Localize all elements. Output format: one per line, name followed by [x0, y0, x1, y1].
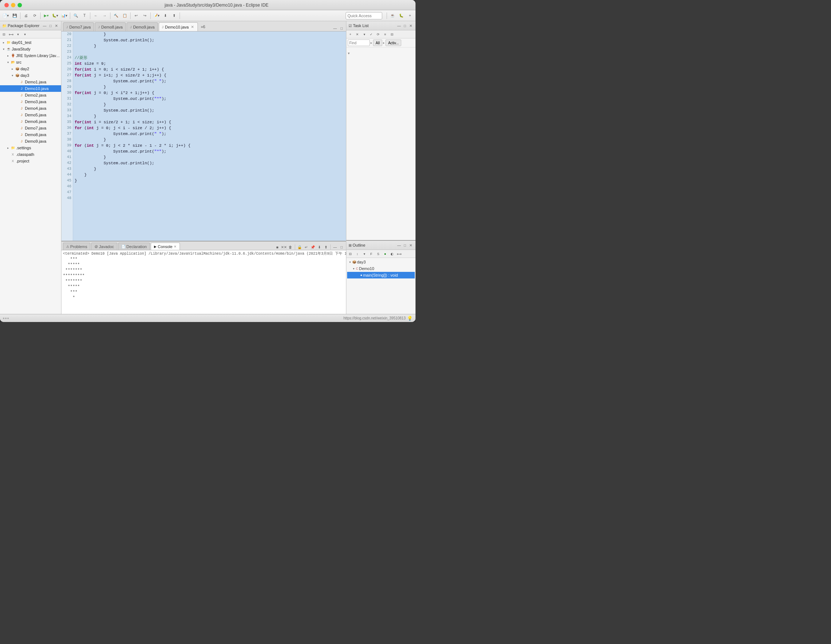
console-next-button[interactable]: ⬇	[316, 244, 322, 250]
maximize-button[interactable]	[18, 3, 22, 7]
tree-item-javastudy[interactable]: ☕ JavaStudy	[0, 46, 61, 52]
outline-filter-button[interactable]: ▾	[361, 251, 368, 257]
console-clear-button[interactable]: 🗑	[288, 244, 293, 250]
tree-item-day3[interactable]: 📦 day3	[0, 72, 61, 79]
outline-close[interactable]: ✕	[408, 242, 413, 248]
tab-declaration[interactable]: 📄 Declaration	[118, 242, 150, 250]
outline-collapse-button[interactable]: ⊟	[347, 251, 354, 257]
tab-demo10[interactable]: J Demo10.java ✕	[159, 22, 198, 31]
outline-green-button[interactable]: ●	[382, 251, 388, 257]
tree-item-demo9[interactable]: J Demo9.java	[0, 138, 61, 145]
bottom-minimize-button[interactable]: —	[332, 244, 338, 250]
tree-item-demo1[interactable]: J Demo1.java	[0, 79, 61, 85]
panel-close-button[interactable]: ✕	[54, 23, 59, 28]
tab-demo9[interactable]: J Demo9.java	[127, 22, 158, 31]
quick-access-input[interactable]	[345, 12, 382, 19]
run-button[interactable]: ▶▾	[42, 12, 50, 20]
filter-button[interactable]: ▾	[14, 31, 21, 38]
tab-console-close[interactable]: ✕	[174, 245, 177, 249]
panel-minimize-button[interactable]: —	[42, 23, 47, 28]
task-button[interactable]: 📋	[121, 12, 129, 20]
task-mark-button[interactable]: ✓	[368, 31, 374, 38]
task-filter-button[interactable]: ▾	[361, 31, 368, 38]
task-list-close[interactable]: ✕	[408, 23, 413, 28]
task-find-input[interactable]	[348, 40, 370, 46]
tree-item-demo4[interactable]: J Demo4.java	[0, 105, 61, 112]
task-delete-button[interactable]: ✕	[354, 31, 361, 38]
new-button[interactable]: 📄▾	[2, 12, 10, 20]
tree-item-classpath[interactable]: X .classpath	[0, 151, 61, 158]
console-pin-button[interactable]: 📌	[310, 244, 316, 250]
perspective-add-button[interactable]: +	[406, 12, 414, 20]
link-editor-button[interactable]: ⟷	[8, 31, 14, 38]
tree-item-src[interactable]: 📂 src	[0, 59, 61, 65]
tab-problems[interactable]: ⚠ Problems	[63, 242, 90, 250]
redo-button[interactable]: ↪	[141, 12, 149, 20]
task-new-button[interactable]: +	[347, 31, 354, 38]
prev-annotation-button[interactable]: ⬆	[170, 12, 178, 20]
tree-item-settings[interactable]: 📁 .settings	[0, 145, 61, 151]
console-scroll-lock-button[interactable]: 🔒	[297, 244, 302, 250]
task-collapse-button[interactable]: ⊟	[389, 31, 395, 38]
tab-console[interactable]: ▶ Console ✕	[151, 242, 180, 250]
open-type-button[interactable]: T	[80, 12, 89, 20]
outline-minimize[interactable]: —	[396, 242, 401, 248]
history-button[interactable]: ⟳	[31, 12, 39, 20]
code-editor[interactable]: 20 21 22 23 24 25 26 27 28 29 30 31 32 3…	[61, 32, 346, 241]
task-find-activ-button[interactable]: Activ...	[385, 40, 401, 46]
outline-sort-button[interactable]: ↕	[354, 251, 361, 257]
debug-button[interactable]: 🐛▾	[51, 12, 59, 20]
outline-item-main[interactable]: ● main(String[]) : void	[347, 272, 415, 279]
outline-nonpublic-button[interactable]: ◐	[389, 251, 395, 257]
tree-item-demo5[interactable]: J Demo5.java	[0, 112, 61, 118]
tab-overflow[interactable]: »6	[199, 22, 207, 31]
tree-item-demo6[interactable]: J Demo6.java	[0, 118, 61, 125]
tree-item-day2[interactable]: 📦 day2	[0, 65, 61, 72]
build-button[interactable]: 🔨	[112, 12, 120, 20]
outline-item-day3[interactable]: 📦 day3	[347, 259, 415, 265]
bottom-maximize-button[interactable]: □	[339, 244, 345, 250]
task-refresh-button[interactable]: ⟳	[375, 31, 382, 38]
perspective-java-button[interactable]: ☕	[388, 12, 396, 20]
outline-item-demo10[interactable]: C Demo10	[347, 265, 415, 272]
console-remove-button[interactable]: ✕✕	[281, 244, 287, 250]
tree-item-demo2[interactable]: J Demo2.java	[0, 92, 61, 99]
next-annotation-button[interactable]: ⬇	[161, 12, 169, 20]
coverage-button[interactable]: 📊▾	[60, 12, 68, 20]
tree-item-day01test[interactable]: 📁 day01_test	[0, 39, 61, 46]
outline-maximize[interactable]: □	[402, 242, 408, 248]
prev-edit-button[interactable]: ←	[92, 12, 100, 20]
collapse-all-button[interactable]: ⊟	[1, 31, 7, 38]
tab-demo7[interactable]: J Demo7.java	[63, 22, 94, 31]
tree-item-jre[interactable]: 🏺 JRE System Library [JavaSE-11]	[0, 52, 61, 59]
console-terminate-button[interactable]: ■	[274, 244, 280, 250]
tab-javadoc[interactable]: @ Javadoc	[91, 242, 117, 250]
tab-demo8[interactable]: J Demo8.java	[95, 22, 126, 31]
save-button[interactable]: 💾	[11, 12, 19, 20]
view-menu-button[interactable]: ▾	[22, 31, 28, 38]
task-find-all-button[interactable]: All	[373, 40, 382, 46]
tab-demo10-close[interactable]: ✕	[190, 25, 194, 29]
tree-item-demo10[interactable]: J Demo10.java	[0, 85, 61, 92]
console-prev-button[interactable]: ⬆	[323, 244, 329, 250]
outline-fields-button[interactable]: F	[368, 251, 374, 257]
tree-item-demo3[interactable]: J Demo3.java	[0, 99, 61, 105]
outline-static-button[interactable]: S	[375, 251, 382, 257]
minimize-button[interactable]	[11, 3, 15, 7]
tree-item-project[interactable]: X .project	[0, 158, 61, 164]
next-edit-button[interactable]: →	[100, 12, 108, 20]
editor-minimize-button[interactable]: —	[332, 25, 338, 31]
print-button[interactable]: 🖨	[22, 12, 30, 20]
task-list-minimize[interactable]: —	[396, 23, 401, 28]
tree-item-demo7[interactable]: J Demo7.java	[0, 125, 61, 131]
editor-maximize-button[interactable]: □	[339, 25, 345, 31]
close-button[interactable]	[5, 3, 9, 7]
console-word-wrap-button[interactable]: ↵	[303, 244, 309, 250]
perspective-debug-button[interactable]: 🐛	[397, 12, 405, 20]
annotation-button[interactable]: 📝▾	[152, 12, 161, 20]
outline-link-button[interactable]: ⟷	[396, 251, 402, 257]
panel-maximize-button[interactable]: □	[48, 23, 53, 28]
undo-button[interactable]: ↩	[132, 12, 140, 20]
task-columns-button[interactable]: ≡	[382, 31, 388, 38]
task-list-maximize[interactable]: □	[402, 23, 408, 28]
